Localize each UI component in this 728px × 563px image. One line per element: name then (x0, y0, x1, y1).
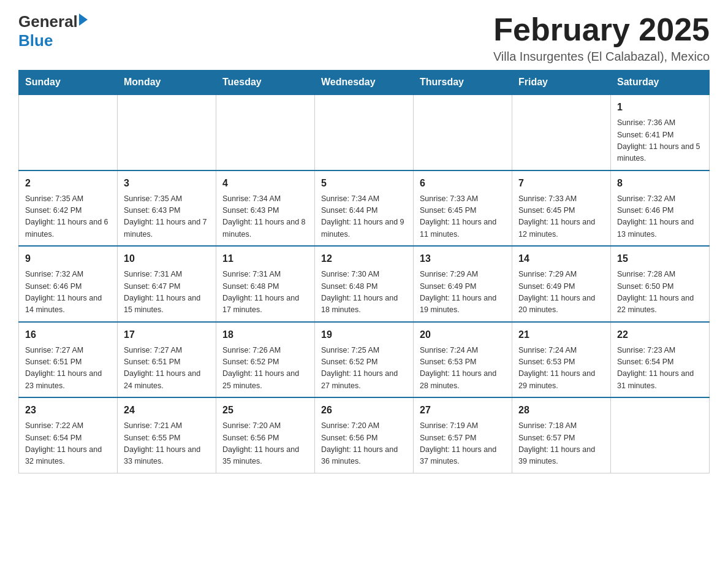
calendar-cell: 4Sunrise: 7:34 AMSunset: 6:43 PMDaylight… (216, 170, 315, 247)
calendar-cell: 1Sunrise: 7:36 AMSunset: 6:41 PMDaylight… (611, 94, 710, 170)
day-number: 1 (617, 100, 703, 115)
day-info: Sunrise: 7:27 AMSunset: 6:51 PMDaylight:… (25, 345, 111, 393)
calendar-cell: 7Sunrise: 7:33 AMSunset: 6:45 PMDaylight… (512, 170, 611, 247)
day-info: Sunrise: 7:34 AMSunset: 6:44 PMDaylight:… (321, 193, 407, 241)
day-number: 25 (222, 403, 308, 418)
calendar-header: SundayMondayTuesdayWednesdayThursdayFrid… (19, 71, 710, 95)
calendar-cell: 16Sunrise: 7:27 AMSunset: 6:51 PMDayligh… (19, 322, 118, 398)
day-info: Sunrise: 7:31 AMSunset: 6:47 PMDaylight:… (124, 269, 210, 316)
calendar-week-3: 9Sunrise: 7:32 AMSunset: 6:46 PMDaylight… (19, 246, 710, 322)
weekday-header-saturday: Saturday (611, 71, 710, 95)
day-number: 27 (420, 403, 506, 418)
day-number: 11 (222, 251, 308, 266)
day-info: Sunrise: 7:33 AMSunset: 6:45 PMDaylight:… (420, 193, 506, 241)
day-info: Sunrise: 7:35 AMSunset: 6:43 PMDaylight:… (124, 193, 210, 241)
calendar-cell: 14Sunrise: 7:29 AMSunset: 6:49 PMDayligh… (512, 246, 611, 322)
calendar-cell (216, 94, 315, 170)
weekday-header-tuesday: Tuesday (216, 71, 315, 95)
day-info: Sunrise: 7:20 AMSunset: 6:56 PMDaylight:… (222, 420, 308, 468)
calendar-cell: 23Sunrise: 7:22 AMSunset: 6:54 PMDayligh… (19, 397, 118, 473)
day-number: 12 (321, 251, 407, 266)
day-number: 18 (222, 327, 308, 342)
calendar-week-2: 2Sunrise: 7:35 AMSunset: 6:42 PMDaylight… (19, 170, 710, 247)
day-info: Sunrise: 7:23 AMSunset: 6:54 PMDaylight:… (617, 345, 703, 393)
calendar-cell: 6Sunrise: 7:33 AMSunset: 6:45 PMDaylight… (414, 170, 512, 247)
calendar-cell (414, 94, 512, 170)
day-number: 7 (518, 176, 604, 191)
calendar-cell: 13Sunrise: 7:29 AMSunset: 6:49 PMDayligh… (414, 246, 512, 322)
day-number: 17 (124, 327, 210, 342)
calendar-cell: 11Sunrise: 7:31 AMSunset: 6:48 PMDayligh… (216, 246, 315, 322)
day-info: Sunrise: 7:22 AMSunset: 6:54 PMDaylight:… (25, 420, 111, 468)
day-number: 24 (124, 403, 210, 418)
logo-arrow-icon (79, 13, 88, 26)
page-header: General Blue February 2025 Villa Insurge… (18, 12, 710, 64)
calendar-body: 1Sunrise: 7:36 AMSunset: 6:41 PMDaylight… (19, 94, 710, 473)
calendar-title: February 2025 (493, 12, 710, 47)
day-info: Sunrise: 7:32 AMSunset: 6:46 PMDaylight:… (25, 269, 111, 316)
day-number: 4 (222, 176, 308, 191)
calendar-cell: 28Sunrise: 7:18 AMSunset: 6:57 PMDayligh… (512, 397, 611, 473)
day-info: Sunrise: 7:21 AMSunset: 6:55 PMDaylight:… (124, 420, 210, 468)
day-number: 21 (518, 327, 604, 342)
day-info: Sunrise: 7:31 AMSunset: 6:48 PMDaylight:… (222, 269, 308, 316)
day-number: 10 (124, 251, 210, 266)
day-number: 23 (25, 403, 111, 418)
day-info: Sunrise: 7:36 AMSunset: 6:41 PMDaylight:… (617, 117, 703, 165)
day-number: 3 (124, 176, 210, 191)
weekday-header-wednesday: Wednesday (315, 71, 414, 95)
calendar-week-5: 23Sunrise: 7:22 AMSunset: 6:54 PMDayligh… (19, 397, 710, 473)
day-number: 8 (617, 176, 703, 191)
calendar-cell: 21Sunrise: 7:24 AMSunset: 6:53 PMDayligh… (512, 322, 611, 398)
title-block: February 2025 Villa Insurgentes (El Cala… (493, 12, 710, 64)
calendar-cell (315, 94, 414, 170)
calendar-cell: 18Sunrise: 7:26 AMSunset: 6:52 PMDayligh… (216, 322, 315, 398)
weekday-header-friday: Friday (512, 71, 611, 95)
day-info: Sunrise: 7:29 AMSunset: 6:49 PMDaylight:… (420, 269, 506, 316)
day-info: Sunrise: 7:33 AMSunset: 6:45 PMDaylight:… (518, 193, 604, 241)
day-info: Sunrise: 7:35 AMSunset: 6:42 PMDaylight:… (25, 193, 111, 241)
day-number: 22 (617, 327, 703, 342)
day-number: 5 (321, 176, 407, 191)
day-number: 16 (25, 327, 111, 342)
calendar-cell: 19Sunrise: 7:25 AMSunset: 6:52 PMDayligh… (315, 322, 414, 398)
calendar-cell (19, 94, 118, 170)
day-info: Sunrise: 7:25 AMSunset: 6:52 PMDaylight:… (321, 345, 407, 393)
day-info: Sunrise: 7:26 AMSunset: 6:52 PMDaylight:… (222, 345, 308, 393)
calendar-week-4: 16Sunrise: 7:27 AMSunset: 6:51 PMDayligh… (19, 322, 710, 398)
day-info: Sunrise: 7:28 AMSunset: 6:50 PMDaylight:… (617, 269, 703, 316)
calendar-week-1: 1Sunrise: 7:36 AMSunset: 6:41 PMDaylight… (19, 94, 710, 170)
day-number: 28 (518, 403, 604, 418)
calendar-subtitle: Villa Insurgentes (El Calabazal), Mexico (493, 50, 710, 64)
calendar-cell (118, 94, 216, 170)
logo-blue-text: Blue (18, 31, 88, 50)
calendar-cell: 5Sunrise: 7:34 AMSunset: 6:44 PMDaylight… (315, 170, 414, 247)
calendar-cell: 3Sunrise: 7:35 AMSunset: 6:43 PMDaylight… (118, 170, 216, 247)
day-number: 20 (420, 327, 506, 342)
day-number: 9 (25, 251, 111, 266)
calendar-cell: 10Sunrise: 7:31 AMSunset: 6:47 PMDayligh… (118, 246, 216, 322)
logo-general-text: General (18, 12, 78, 31)
calendar-cell: 20Sunrise: 7:24 AMSunset: 6:53 PMDayligh… (414, 322, 512, 398)
day-info: Sunrise: 7:18 AMSunset: 6:57 PMDaylight:… (518, 420, 604, 468)
day-info: Sunrise: 7:24 AMSunset: 6:53 PMDaylight:… (518, 345, 604, 393)
day-number: 2 (25, 176, 111, 191)
day-info: Sunrise: 7:27 AMSunset: 6:51 PMDaylight:… (124, 345, 210, 393)
calendar-cell: 26Sunrise: 7:20 AMSunset: 6:56 PMDayligh… (315, 397, 414, 473)
day-info: Sunrise: 7:34 AMSunset: 6:43 PMDaylight:… (222, 193, 308, 241)
calendar-cell: 25Sunrise: 7:20 AMSunset: 6:56 PMDayligh… (216, 397, 315, 473)
calendar-cell: 24Sunrise: 7:21 AMSunset: 6:55 PMDayligh… (118, 397, 216, 473)
day-info: Sunrise: 7:24 AMSunset: 6:53 PMDaylight:… (420, 345, 506, 393)
day-number: 13 (420, 251, 506, 266)
day-info: Sunrise: 7:19 AMSunset: 6:57 PMDaylight:… (420, 420, 506, 468)
calendar-cell (611, 397, 710, 473)
calendar-cell: 8Sunrise: 7:32 AMSunset: 6:46 PMDaylight… (611, 170, 710, 247)
calendar-cell: 17Sunrise: 7:27 AMSunset: 6:51 PMDayligh… (118, 322, 216, 398)
calendar-cell: 15Sunrise: 7:28 AMSunset: 6:50 PMDayligh… (611, 246, 710, 322)
day-info: Sunrise: 7:32 AMSunset: 6:46 PMDaylight:… (617, 193, 703, 241)
day-info: Sunrise: 7:30 AMSunset: 6:48 PMDaylight:… (321, 269, 407, 316)
weekday-header-monday: Monday (118, 71, 216, 95)
calendar-cell: 22Sunrise: 7:23 AMSunset: 6:54 PMDayligh… (611, 322, 710, 398)
day-number: 26 (321, 403, 407, 418)
calendar-cell (512, 94, 611, 170)
